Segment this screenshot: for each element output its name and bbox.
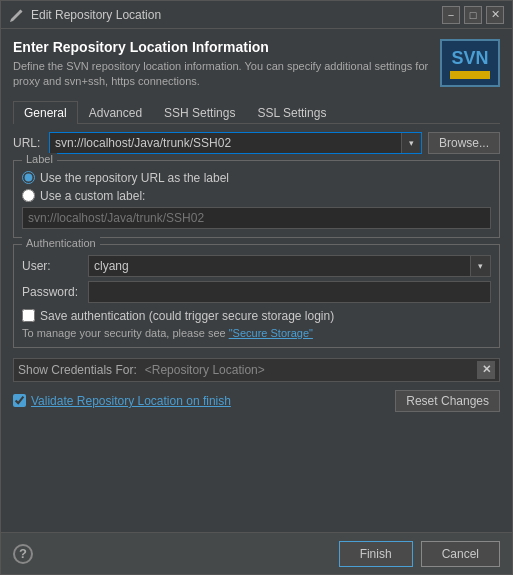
header-text: Enter Repository Location Information De… <box>13 39 432 90</box>
user-input[interactable] <box>89 256 470 276</box>
user-input-wrapper: ▾ <box>88 255 491 277</box>
close-button[interactable]: ✕ <box>486 6 504 24</box>
header-section: Enter Repository Location Information De… <box>13 39 500 90</box>
svn-logo-text: SVN <box>451 48 488 69</box>
window-title: Edit Repository Location <box>31 8 442 22</box>
radio-use-url-label: Use the repository URL as the label <box>40 171 229 185</box>
auth-group: Authentication User: ▾ Password: <box>13 244 500 348</box>
url-label: URL: <box>13 136 43 150</box>
credentials-clear-button[interactable]: ✕ <box>477 361 495 379</box>
radio-custom-label[interactable] <box>22 189 35 202</box>
window: Edit Repository Location − □ ✕ Enter Rep… <box>0 0 513 575</box>
radio-use-url-row: Use the repository URL as the label <box>22 171 491 185</box>
help-button[interactable]: ? <box>13 544 33 564</box>
tab-bar: General Advanced SSH Settings SSL Settin… <box>13 100 500 124</box>
security-pre-text: To manage your security data, please see <box>22 327 229 339</box>
save-auth-checkbox[interactable] <box>22 309 35 322</box>
header-description: Define the SVN repository location infor… <box>13 59 432 90</box>
cancel-button[interactable]: Cancel <box>421 541 500 567</box>
tab-ssh-settings[interactable]: SSH Settings <box>153 101 246 124</box>
save-auth-label: Save authentication (could trigger secur… <box>40 309 334 323</box>
user-dropdown-button[interactable]: ▾ <box>470 256 490 276</box>
radio-use-url[interactable] <box>22 171 35 184</box>
browse-button[interactable]: Browse... <box>428 132 500 154</box>
url-dropdown-button[interactable]: ▾ <box>401 133 421 153</box>
user-label: User: <box>22 259 82 273</box>
svn-logo-bottom <box>450 71 490 79</box>
custom-label-input[interactable] <box>22 207 491 229</box>
bottom-bar: ? Finish Cancel <box>1 532 512 574</box>
credentials-row: Show Credentials For: <Repository Locati… <box>13 358 500 382</box>
user-row: User: ▾ <box>22 255 491 277</box>
finish-button[interactable]: Finish <box>339 541 413 567</box>
radio-custom-label-row: Use a custom label: <box>22 189 491 203</box>
url-input-wrapper: ▾ <box>49 132 422 154</box>
title-bar: Edit Repository Location − □ ✕ <box>1 1 512 29</box>
maximize-button[interactable]: □ <box>464 6 482 24</box>
form-area: URL: ▾ Browse... Label Use the repositor… <box>13 132 500 524</box>
radio-custom-label-text: Use a custom label: <box>40 189 145 203</box>
credentials-label: Show Credentials For: <box>18 363 137 377</box>
content-area: Enter Repository Location Information De… <box>1 29 512 532</box>
secure-storage-link[interactable]: "Secure Storage" <box>229 327 313 339</box>
credentials-select-wrapper: <Repository Location> <box>141 361 473 379</box>
tab-ssl-settings[interactable]: SSL Settings <box>246 101 337 124</box>
password-row: Password: <box>22 281 491 303</box>
save-auth-row: Save authentication (could trigger secur… <box>22 309 491 323</box>
minimize-button[interactable]: − <box>442 6 460 24</box>
security-text: To manage your security data, please see… <box>22 327 491 339</box>
password-input[interactable] <box>89 282 490 302</box>
validate-checkbox[interactable] <box>13 394 26 407</box>
label-group-legend: Label <box>22 153 57 165</box>
tab-general[interactable]: General <box>13 101 78 124</box>
reset-changes-button[interactable]: Reset Changes <box>395 390 500 412</box>
password-label: Password: <box>22 285 82 299</box>
pencil-icon <box>9 7 25 23</box>
validate-row: Validate Repository Location on finish R… <box>13 390 500 412</box>
label-group: Label Use the repository URL as the labe… <box>13 160 500 238</box>
auth-group-legend: Authentication <box>22 237 100 249</box>
password-input-wrapper <box>88 281 491 303</box>
window-controls: − □ ✕ <box>442 6 504 24</box>
header-title: Enter Repository Location Information <box>13 39 432 55</box>
svn-logo: SVN <box>440 39 500 87</box>
url-row: URL: ▾ Browse... <box>13 132 500 154</box>
credentials-select[interactable]: <Repository Location> <box>141 361 473 379</box>
tab-advanced[interactable]: Advanced <box>78 101 153 124</box>
validate-label[interactable]: Validate Repository Location on finish <box>31 394 390 408</box>
url-input[interactable] <box>50 133 401 153</box>
